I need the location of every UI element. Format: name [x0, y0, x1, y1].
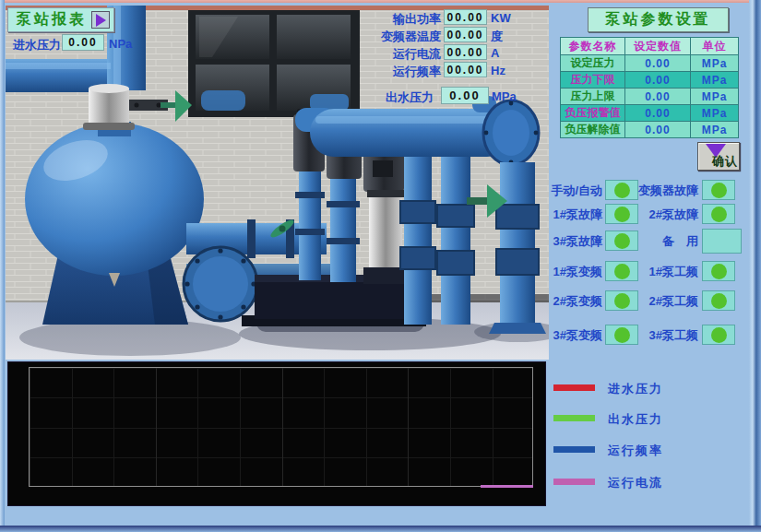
indicator-label-pump1-mains: 1#泵工频	[609, 264, 698, 280]
current-pen-baseline	[481, 485, 533, 488]
indicator-label-pump2-mains: 2#泵工频	[609, 293, 698, 310]
legend-swatch-run-frequency	[553, 446, 595, 453]
report-button[interactable]: 泵站报表	[7, 7, 114, 32]
parameter-table-header: 参数名称 设定数值 单位	[561, 38, 739, 55]
run-freq-label: 运行频率	[363, 64, 441, 80]
frame-edge-top	[0, 0, 761, 3]
table-row: 设定压力 0.00 MPa	[561, 55, 739, 72]
indicator-label-pump3-mains: 3#泵工频	[609, 327, 698, 344]
inlet-pressure-unit: NPa	[109, 37, 132, 51]
indicator-label-pump1-vfd: 1#泵变频	[513, 264, 602, 280]
green-lamp-icon	[711, 207, 727, 222]
col-header-value: 设定数值	[625, 38, 691, 55]
inlet-pressure-label: 进水压力	[13, 37, 61, 53]
inlet-pressure-value: 0.00	[62, 34, 104, 51]
trend-chart	[7, 361, 546, 506]
legend-label-outlet-pressure: 出水压力	[608, 411, 663, 428]
frame-edge-right	[749, 0, 761, 532]
run-current-unit: A	[491, 46, 499, 60]
confirm-button-label: 确认	[712, 153, 738, 170]
vfd-temp-label: 变频器温度	[363, 29, 441, 45]
indicator-light-spare	[702, 229, 742, 254]
col-header-unit: 单位	[691, 38, 739, 55]
indicator-label-vfd-fault: 变频器故障	[609, 183, 698, 199]
table-row: 负压报警值 0.00 MPa	[561, 105, 739, 122]
report-nav-button[interactable]	[91, 11, 110, 29]
report-button-label: 泵站报表	[17, 10, 87, 30]
green-lamp-icon	[711, 327, 727, 343]
indicator-label-spare: 备 用	[609, 233, 698, 250]
frame-edge-left	[0, 0, 5, 532]
settings-panel-title: 泵站参数设置	[588, 7, 729, 32]
green-lamp-icon	[711, 264, 727, 279]
run-freq-value: 00.00	[444, 62, 487, 77]
indicator-label-pump2-vfd: 2#泵变频	[513, 293, 602, 310]
outlet-pressure-value: 0.00	[441, 87, 489, 104]
indicator-light-pump2-mains	[702, 290, 735, 311]
output-power-label: 输出功率	[363, 11, 441, 28]
indicator-label-pump3-vfd: 3#泵变频	[513, 327, 602, 344]
output-power-unit: KW	[491, 11, 511, 25]
legend-swatch-outlet-pressure	[553, 415, 595, 421]
outlet-pressure-unit: MPa	[492, 89, 517, 103]
run-freq-unit: Hz	[491, 64, 505, 77]
run-current-value: 00.00	[444, 44, 487, 60]
hmi-pump-station-screen: 泵站报表 进水压力 0.00 NPa 输出功率 00.00 KW 变频器温度 0…	[0, 0, 761, 532]
outlet-pressure-label: 出水压力	[386, 89, 434, 106]
indicator-label-pump3-fault: 3#泵故障	[513, 233, 602, 250]
setpoint-field[interactable]: 0.00	[625, 122, 691, 138]
setpoint-field[interactable]: 0.00	[625, 89, 691, 105]
col-header-name: 参数名称	[561, 38, 625, 55]
confirm-button[interactable]: 确认	[697, 142, 740, 171]
indicator-label-auto-manual: 手动/自动	[513, 183, 602, 199]
green-lamp-icon	[711, 183, 727, 198]
legend-swatch-inlet-pressure	[553, 384, 595, 391]
indicator-light-pump1-mains	[702, 261, 735, 281]
indicator-label-pump1-fault: 1#泵故障	[513, 207, 602, 223]
indicator-light-pump3-mains	[702, 325, 735, 345]
legend-label-run-current: 运行电流	[608, 475, 663, 491]
window	[188, 10, 360, 117]
legend-label-run-frequency: 运行频率	[608, 443, 663, 459]
indicator-light-pump2-fault	[702, 204, 735, 224]
trend-plot-area	[29, 367, 533, 487]
indicator-label-pump2-fault: 2#泵故障	[609, 207, 698, 223]
setpoint-field[interactable]: 0.00	[625, 72, 691, 89]
vfd-temp-unit: 度	[491, 29, 503, 45]
indicator-light-vfd-fault	[702, 180, 735, 200]
green-lamp-icon	[711, 293, 727, 309]
output-power-value: 00.00	[444, 9, 487, 25]
table-row: 压力下限 0.00 MPa	[561, 72, 739, 89]
legend-swatch-run-current	[553, 479, 595, 485]
legend-label-inlet-pressure: 进水压力	[608, 381, 663, 397]
play-triangle-icon	[96, 14, 106, 27]
frame-edge-bottom	[0, 526, 761, 532]
setpoint-field[interactable]: 0.00	[625, 105, 691, 122]
run-current-label: 运行电流	[363, 46, 441, 63]
table-row: 压力上限 0.00 MPa	[561, 89, 739, 105]
table-row: 负压解除值 0.00 MPa	[561, 122, 739, 138]
setpoint-field[interactable]: 0.00	[625, 55, 691, 72]
vfd-temp-value: 00.00	[444, 27, 487, 42]
parameter-table: 参数名称 设定数值 单位 设定压力 0.00 MPa 压力下限 0.00 MPa…	[560, 37, 739, 138]
